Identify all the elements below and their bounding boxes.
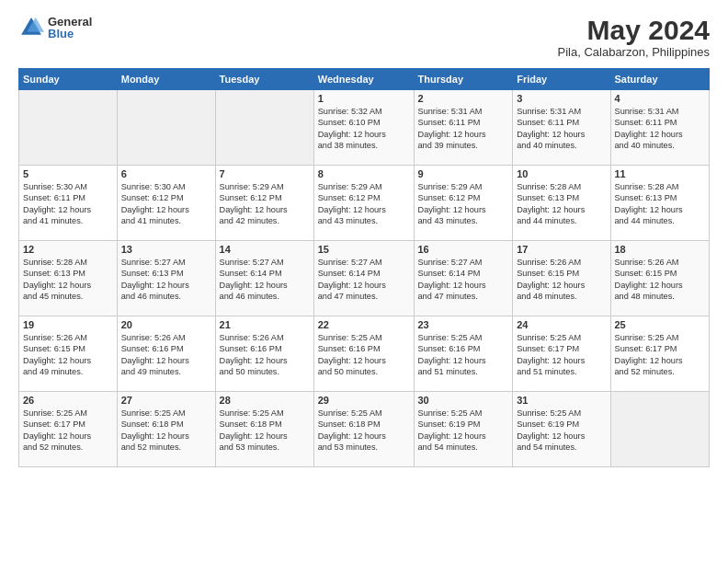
table-row: 13Sunrise: 5:27 AM Sunset: 6:13 PM Dayli…	[117, 241, 215, 316]
day-number: 30	[418, 395, 509, 406]
day-info: Sunrise: 5:26 AM Sunset: 6:16 PM Dayligh…	[121, 332, 211, 378]
day-number: 11	[615, 168, 706, 179]
day-info: Sunrise: 5:30 AM Sunset: 6:12 PM Dayligh…	[121, 181, 211, 227]
table-row: 29Sunrise: 5:25 AM Sunset: 6:18 PM Dayli…	[313, 392, 414, 467]
day-info: Sunrise: 5:25 AM Sunset: 6:18 PM Dayligh…	[220, 408, 310, 454]
col-saturday: Saturday	[610, 69, 710, 90]
day-number: 6	[121, 168, 211, 179]
day-number: 7	[220, 168, 310, 179]
header: General Blue May 2024 Pila, Calabarzon, …	[18, 15, 710, 59]
logo-icon	[18, 15, 44, 40]
day-number: 5	[23, 168, 113, 179]
logo-text: General Blue	[48, 16, 92, 40]
table-row: 23Sunrise: 5:25 AM Sunset: 6:16 PM Dayli…	[414, 316, 513, 392]
main-title: May 2024	[558, 15, 710, 45]
table-row: 27Sunrise: 5:25 AM Sunset: 6:18 PM Dayli…	[117, 392, 215, 467]
table-row: 21Sunrise: 5:26 AM Sunset: 6:16 PM Dayli…	[215, 316, 313, 392]
day-number: 9	[418, 168, 509, 179]
day-number: 21	[220, 319, 310, 330]
day-info: Sunrise: 5:30 AM Sunset: 6:11 PM Dayligh…	[23, 181, 113, 227]
table-row: 12Sunrise: 5:28 AM Sunset: 6:13 PM Dayli…	[19, 241, 118, 316]
table-row: 10Sunrise: 5:28 AM Sunset: 6:13 PM Dayli…	[513, 166, 610, 241]
table-row: 22Sunrise: 5:25 AM Sunset: 6:16 PM Dayli…	[313, 316, 414, 392]
day-info: Sunrise: 5:29 AM Sunset: 6:12 PM Dayligh…	[220, 181, 310, 227]
day-number: 12	[23, 244, 113, 255]
table-row: 14Sunrise: 5:27 AM Sunset: 6:14 PM Dayli…	[215, 241, 313, 316]
day-number: 14	[220, 244, 310, 255]
day-info: Sunrise: 5:25 AM Sunset: 6:17 PM Dayligh…	[23, 408, 113, 454]
col-friday: Friday	[513, 69, 610, 90]
day-info: Sunrise: 5:25 AM Sunset: 6:17 PM Dayligh…	[517, 332, 606, 378]
col-thursday: Thursday	[414, 69, 513, 90]
day-info: Sunrise: 5:25 AM Sunset: 6:19 PM Dayligh…	[517, 408, 606, 454]
logo-blue: Blue	[48, 28, 92, 40]
day-info: Sunrise: 5:28 AM Sunset: 6:13 PM Dayligh…	[23, 257, 113, 303]
day-info: Sunrise: 5:25 AM Sunset: 6:17 PM Dayligh…	[615, 332, 706, 378]
table-row: 15Sunrise: 5:27 AM Sunset: 6:14 PM Dayli…	[313, 241, 414, 316]
table-row	[19, 90, 118, 166]
table-row	[610, 392, 710, 467]
table-row: 3Sunrise: 5:31 AM Sunset: 6:11 PM Daylig…	[513, 90, 610, 166]
day-info: Sunrise: 5:26 AM Sunset: 6:15 PM Dayligh…	[23, 332, 113, 378]
table-row: 6Sunrise: 5:30 AM Sunset: 6:12 PM Daylig…	[117, 166, 215, 241]
day-number: 28	[220, 395, 310, 406]
day-number: 18	[615, 244, 706, 255]
day-info: Sunrise: 5:32 AM Sunset: 6:10 PM Dayligh…	[318, 106, 410, 152]
table-row: 8Sunrise: 5:29 AM Sunset: 6:12 PM Daylig…	[313, 166, 414, 241]
calendar-table: Sunday Monday Tuesday Wednesday Thursday…	[18, 68, 710, 467]
col-sunday: Sunday	[19, 69, 118, 90]
day-info: Sunrise: 5:28 AM Sunset: 6:13 PM Dayligh…	[615, 181, 706, 227]
day-info: Sunrise: 5:26 AM Sunset: 6:15 PM Dayligh…	[517, 257, 606, 303]
table-row: 9Sunrise: 5:29 AM Sunset: 6:12 PM Daylig…	[414, 166, 513, 241]
day-number: 24	[517, 319, 606, 330]
day-number: 2	[418, 93, 509, 104]
table-row	[117, 90, 215, 166]
day-info: Sunrise: 5:26 AM Sunset: 6:15 PM Dayligh…	[615, 257, 706, 303]
table-row: 25Sunrise: 5:25 AM Sunset: 6:17 PM Dayli…	[610, 316, 710, 392]
page: General Blue May 2024 Pila, Calabarzon, …	[0, 0, 728, 563]
table-row	[215, 90, 313, 166]
day-number: 1	[318, 93, 410, 104]
day-number: 25	[615, 319, 706, 330]
day-info: Sunrise: 5:31 AM Sunset: 6:11 PM Dayligh…	[517, 106, 606, 152]
day-number: 27	[121, 395, 211, 406]
subtitle: Pila, Calabarzon, Philippines	[558, 45, 710, 59]
day-number: 17	[517, 244, 606, 255]
day-info: Sunrise: 5:31 AM Sunset: 6:11 PM Dayligh…	[615, 106, 706, 152]
day-number: 23	[418, 319, 509, 330]
day-info: Sunrise: 5:25 AM Sunset: 6:18 PM Dayligh…	[121, 408, 211, 454]
table-row: 18Sunrise: 5:26 AM Sunset: 6:15 PM Dayli…	[610, 241, 710, 316]
day-info: Sunrise: 5:25 AM Sunset: 6:18 PM Dayligh…	[318, 408, 410, 454]
table-row: 11Sunrise: 5:28 AM Sunset: 6:13 PM Dayli…	[610, 166, 710, 241]
table-row: 4Sunrise: 5:31 AM Sunset: 6:11 PM Daylig…	[610, 90, 710, 166]
day-number: 20	[121, 319, 211, 330]
table-row: 31Sunrise: 5:25 AM Sunset: 6:19 PM Dayli…	[513, 392, 610, 467]
table-row: 7Sunrise: 5:29 AM Sunset: 6:12 PM Daylig…	[215, 166, 313, 241]
table-row: 1Sunrise: 5:32 AM Sunset: 6:10 PM Daylig…	[313, 90, 414, 166]
table-row: 26Sunrise: 5:25 AM Sunset: 6:17 PM Dayli…	[19, 392, 118, 467]
day-number: 4	[615, 93, 706, 104]
day-info: Sunrise: 5:27 AM Sunset: 6:13 PM Dayligh…	[121, 257, 211, 303]
table-row: 24Sunrise: 5:25 AM Sunset: 6:17 PM Dayli…	[513, 316, 610, 392]
day-info: Sunrise: 5:25 AM Sunset: 6:16 PM Dayligh…	[418, 332, 509, 378]
day-info: Sunrise: 5:25 AM Sunset: 6:16 PM Dayligh…	[318, 332, 410, 378]
table-row: 30Sunrise: 5:25 AM Sunset: 6:19 PM Dayli…	[414, 392, 513, 467]
day-number: 8	[318, 168, 410, 179]
day-number: 22	[318, 319, 410, 330]
day-info: Sunrise: 5:25 AM Sunset: 6:19 PM Dayligh…	[418, 408, 509, 454]
logo: General Blue	[18, 15, 92, 40]
table-row: 2Sunrise: 5:31 AM Sunset: 6:11 PM Daylig…	[414, 90, 513, 166]
col-tuesday: Tuesday	[215, 69, 313, 90]
day-number: 26	[23, 395, 113, 406]
day-number: 10	[517, 168, 606, 179]
day-number: 15	[318, 244, 410, 255]
table-row: 20Sunrise: 5:26 AM Sunset: 6:16 PM Dayli…	[117, 316, 215, 392]
col-wednesday: Wednesday	[313, 69, 414, 90]
day-info: Sunrise: 5:31 AM Sunset: 6:11 PM Dayligh…	[418, 106, 509, 152]
day-info: Sunrise: 5:27 AM Sunset: 6:14 PM Dayligh…	[220, 257, 310, 303]
day-number: 19	[23, 319, 113, 330]
day-number: 3	[517, 93, 606, 104]
day-number: 31	[517, 395, 606, 406]
day-info: Sunrise: 5:27 AM Sunset: 6:14 PM Dayligh…	[418, 257, 509, 303]
day-number: 13	[121, 244, 211, 255]
